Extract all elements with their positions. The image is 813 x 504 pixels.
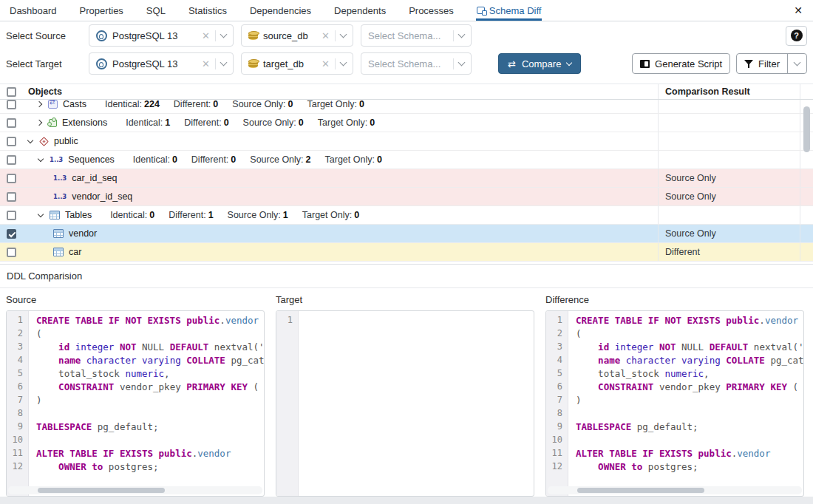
table-row[interactable]: SequencesIdentical:0Different:0Source On…	[0, 151, 813, 169]
row-checkbox[interactable]	[7, 192, 16, 202]
chevron-right-icon[interactable]	[36, 101, 42, 107]
separator	[335, 30, 336, 41]
line-number-gutter: 1	[276, 311, 299, 496]
compare-button[interactable]: ⇄ Compare	[498, 53, 581, 74]
chevron-down-icon[interactable]	[220, 59, 228, 67]
clear-icon[interactable]: ✕	[322, 31, 330, 41]
comparison-result-cell	[658, 100, 800, 113]
table-row[interactable]: TablesIdentical:0Different:1Source Only:…	[0, 206, 813, 225]
schema-diff-page: DashboardPropertiesSQLStatisticsDependen…	[0, 0, 813, 504]
table-row[interactable]: vendorSource Only	[0, 225, 813, 243]
comparison-result-cell: Different	[658, 243, 800, 261]
tab-label: Statistics	[188, 5, 227, 16]
row-checkbox[interactable]	[7, 155, 16, 165]
tab-processes[interactable]: Processes	[408, 0, 455, 21]
comparison-results-table: Objects Comparison Result CastsIdentical…	[0, 84, 813, 262]
code-line: TABLESPACE pg_default;	[36, 421, 264, 435]
table-row[interactable]: car_id_seqSource Only	[0, 169, 813, 188]
row-checkbox[interactable]	[7, 248, 16, 257]
target-server-select[interactable]: PostgreSQL 13 ✕	[89, 52, 234, 75]
checkbox-cell	[0, 155, 22, 165]
source-server-select[interactable]: PostgreSQL 13 ✕	[89, 24, 234, 47]
comparison-result-cell	[658, 206, 800, 224]
generate-script-button[interactable]: Generate Script	[632, 53, 730, 74]
object-cell: CastsIdentical:224Different:0Source Only…	[22, 100, 658, 109]
code-area[interactable]	[299, 311, 534, 496]
stat-item: Source Only:0	[232, 100, 293, 109]
checkbox-cell	[0, 100, 22, 109]
database-icon	[248, 32, 258, 40]
table-row[interactable]: ExtensionsIdentical:1Different:0Source O…	[0, 114, 813, 132]
filter-button[interactable]: Filter	[737, 54, 787, 73]
checkbox-cell	[0, 137, 22, 146]
scrollbar-thumb[interactable]	[38, 488, 165, 493]
chevron-right-icon[interactable]	[36, 120, 42, 126]
target-schema-select[interactable]: Select Schema...	[361, 52, 472, 75]
line-number: 1	[7, 315, 28, 328]
sequence-icon	[53, 193, 67, 200]
table-row[interactable]: public	[0, 132, 813, 151]
vertical-scrollbar[interactable]	[803, 106, 810, 152]
filter-icon	[744, 60, 753, 68]
tab-schema-diff[interactable]: Schema Diff	[476, 0, 542, 21]
object-cell: ExtensionsIdentical:1Different:0Source O…	[22, 118, 658, 128]
object-label: Extensions	[62, 118, 107, 128]
bottom-strip	[0, 497, 813, 504]
object-label: Tables	[65, 210, 92, 220]
tab-dashboard[interactable]: Dashboard	[9, 0, 58, 21]
separator	[453, 58, 454, 69]
tab-label: Schema Diff	[489, 5, 542, 16]
help-button[interactable]: ?	[786, 26, 807, 46]
chevron-down-icon[interactable]	[27, 137, 33, 143]
code-area[interactable]: CREATE TABLE IF NOT EXISTS public.vendor…	[568, 311, 803, 496]
row-checkbox[interactable]	[7, 211, 16, 220]
code-line: CREATE TABLE IF NOT EXISTS public.vendor	[36, 315, 264, 328]
ddl-panels: 123456789101112CREATE TABLE IF NOT EXIST…	[0, 310, 813, 497]
row-checkbox[interactable]	[7, 137, 16, 146]
scrollbar-thumb[interactable]	[577, 488, 704, 493]
checkbox-cell	[0, 192, 22, 202]
tab-properties[interactable]: Properties	[79, 0, 124, 21]
source-database-select[interactable]: source_db ✕	[241, 24, 353, 47]
table-row[interactable]: vendor_id_seqSource Only	[0, 188, 813, 206]
code-line: id integer NOT NULL DEFAULT nextval('	[576, 341, 803, 355]
ddl-source-editor[interactable]: 123456789101112CREATE TABLE IF NOT EXIST…	[6, 310, 265, 497]
table-row[interactable]: carDifferent	[0, 243, 813, 262]
row-checkbox[interactable]	[7, 118, 16, 128]
chevron-down-icon[interactable]	[38, 155, 44, 161]
clear-icon[interactable]: ✕	[202, 31, 210, 41]
target-database-select[interactable]: target_db ✕	[241, 52, 353, 75]
chevron-down-icon[interactable]	[220, 31, 228, 38]
chevron-down-icon[interactable]	[458, 59, 466, 67]
tab-statistics[interactable]: Statistics	[188, 0, 228, 21]
horizontal-scrollbar[interactable]	[8, 486, 262, 494]
row-checkbox[interactable]	[7, 100, 16, 109]
line-number: 2	[7, 328, 28, 341]
sequence-icon	[53, 174, 67, 182]
stat-item: Different:1	[169, 210, 213, 220]
chevron-down-icon[interactable]	[38, 211, 44, 217]
tab-sql[interactable]: SQL	[146, 0, 166, 21]
ddl-target-editor[interactable]: 1	[276, 310, 534, 497]
ddl-difference-editor[interactable]: 123456789101112CREATE TABLE IF NOT EXIST…	[545, 310, 804, 497]
clear-icon[interactable]: ✕	[202, 59, 210, 69]
code-line: name character varying COLLATE pg_cat	[576, 355, 803, 368]
chevron-down-icon[interactable]	[340, 59, 347, 67]
extensions-icon	[49, 119, 57, 127]
filter-dropdown-button[interactable]	[787, 54, 806, 73]
clear-icon[interactable]: ✕	[322, 59, 330, 69]
tab-dependents[interactable]: Dependents	[333, 0, 387, 21]
code-area[interactable]: CREATE TABLE IF NOT EXISTS public.vendor…	[29, 311, 264, 496]
source-schema-select[interactable]: Select Schema...	[361, 24, 472, 47]
chevron-down-icon[interactable]	[458, 31, 466, 38]
horizontal-scrollbar[interactable]	[548, 486, 802, 494]
table-row[interactable]: CastsIdentical:224Different:0Source Only…	[0, 100, 813, 114]
object-cell: car_id_seq	[22, 173, 658, 183]
database-icon	[248, 60, 258, 68]
row-checkbox[interactable]	[7, 229, 16, 239]
close-panel-icon[interactable]: ✕	[794, 4, 813, 16]
select-all-checkbox[interactable]	[7, 87, 16, 97]
tab-dependencies[interactable]: Dependencies	[249, 0, 312, 21]
row-checkbox[interactable]	[7, 174, 16, 183]
chevron-down-icon[interactable]	[340, 31, 347, 38]
